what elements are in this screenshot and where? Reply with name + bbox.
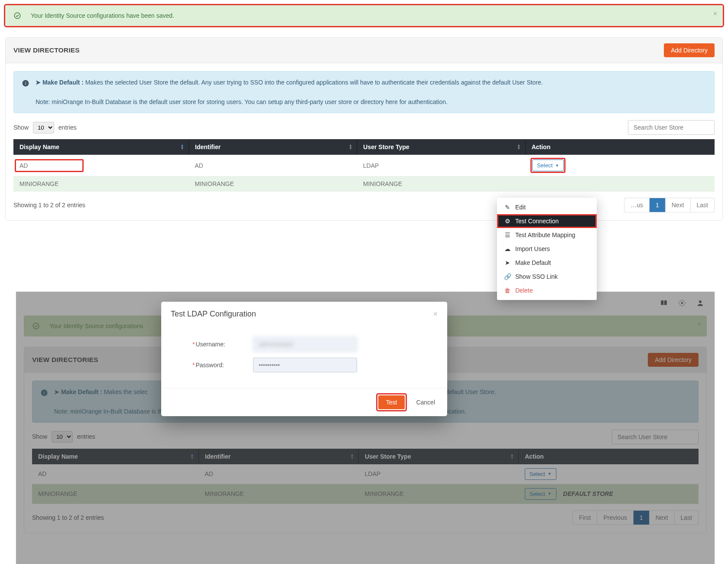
pagination: First …us 1 Next Last [624,198,715,212]
row-select-label: Select [537,162,552,169]
col-display-name-label: Display Name [20,143,59,150]
directories-card: VIEW DIRECTORIES Add Directory i ➤ Make … [5,37,723,221]
sliders-icon: ☰ [504,231,511,238]
row-select-button[interactable]: Select ▼ [532,160,564,171]
cell-display-name: MINIORANGE [13,176,189,192]
menu-test-connection[interactable]: ⚙Test Connection [497,214,597,228]
cursor-icon: ➤ [36,79,42,86]
menu-make-default-label: Make Default [515,259,551,266]
add-directory-button[interactable]: Add Directory [664,43,715,57]
col-identifier[interactable]: Identifier ▲▼ [189,139,357,155]
menu-import-users-label: Import Users [515,245,550,252]
menu-show-sso[interactable]: 🔗Show SSO Link [497,270,597,284]
caret-down-icon: ▼ [555,163,559,168]
gears-icon: ⚙ [504,218,511,225]
secondary-screenshot: Your Identity Source configurations × VI… [16,291,715,564]
trash-icon: 🗑 [504,287,511,294]
menu-import-users[interactable]: ☁Import Users [497,242,597,256]
check-circle-icon [13,12,21,20]
alert-close-icon[interactable]: × [713,10,717,18]
cell-display-name: AD [15,160,83,172]
test-ldap-modal: Test LDAP Configuration × *Username: *Pa… [161,302,447,416]
page-last[interactable]: Last [691,198,714,212]
info-lead-label: Make Default : [42,79,84,86]
menu-test-attribute-label: Test Attribute Mapping [515,231,575,238]
page-next[interactable]: Next [666,198,691,212]
alert-text: Your Identity Source configurations have… [31,12,174,19]
username-input[interactable] [253,337,357,352]
alert-wrapper: Your Identity Source configurations have… [5,5,723,26]
col-user-store-type[interactable]: User Store Type ▲▼ [357,139,525,155]
menu-edit-label: Edit [515,204,526,211]
cursor-icon: ➤ [504,259,511,266]
cell-identifier: AD [189,155,357,176]
cell-user-store-type: MINIORANGE [357,176,525,192]
col-action-label: Action [532,143,551,150]
username-label-text: Username: [195,341,225,348]
cell-user-store-type: LDAP [357,155,525,176]
sort-icon: ▲▼ [517,144,521,150]
table-row: MINIORANGE MINIORANGE MINIORANGE [13,176,715,192]
info-box: i ➤ Make Default : Makes the selected Us… [13,71,715,113]
username-label: *Username: [192,341,253,348]
menu-test-connection-label: Test Connection [515,218,559,225]
directories-table: Display Name ▲▼ Identifier ▲▼ User Store… [13,139,715,192]
action-dropdown: ✎Edit ⚙Test Connection ☰Test Attribute M… [497,198,597,300]
info-lead-text: Makes the selected User Store the defaul… [85,79,543,86]
svg-point-0 [14,13,20,19]
show-label-post: entries [58,124,77,131]
password-label: *Password: [192,362,253,368]
modal-close-icon[interactable]: × [433,310,438,319]
page-size-select[interactable]: 10 [33,122,54,134]
card-title: VIEW DIRECTORIES [13,46,80,54]
info-note: Note: miniOrange In-Built Database is th… [36,98,448,105]
page-1[interactable]: 1 [650,198,666,212]
show-label-pre: Show [13,124,29,131]
menu-make-default[interactable]: ➤Make Default [497,256,597,270]
col-display-name[interactable]: Display Name ▲▼ [13,139,189,155]
sort-icon: ▲▼ [180,144,184,150]
col-user-store-type-label: User Store Type [363,143,409,150]
col-identifier-label: Identifier [195,143,221,150]
edit-icon: ✎ [504,204,511,211]
menu-show-sso-label: Show SSO Link [515,273,558,280]
password-input[interactable] [253,358,357,372]
menu-delete[interactable]: 🗑Delete [497,284,597,297]
menu-test-attribute[interactable]: ☰Test Attribute Mapping [497,228,597,242]
test-button[interactable]: Test [378,395,405,409]
table-info: Showing 1 to 2 of 2 entries [13,202,85,209]
cloud-upload-icon: ☁ [504,245,511,252]
entries-control: Show 10 entries [13,122,77,134]
sort-icon: ▲▼ [348,144,352,150]
search-input[interactable] [628,120,715,135]
cell-identifier: MINIORANGE [189,176,357,192]
cancel-button[interactable]: Cancel [413,398,438,406]
col-action: Action [525,139,715,155]
table-row: AD AD LDAP Select ▼ [13,155,715,176]
password-label-text: Password: [195,362,224,368]
alert-success: Your Identity Source configurations have… [5,5,723,26]
test-button-highlight: Test [377,394,406,410]
page-prev[interactable]: …us [624,198,650,212]
menu-edit[interactable]: ✎Edit [497,200,597,214]
select-highlight: Select ▼ [531,159,565,172]
link-icon: 🔗 [504,273,511,280]
menu-delete-label: Delete [515,287,533,294]
info-icon: i [22,79,29,87]
modal-title: Test LDAP Configuration [171,310,256,319]
